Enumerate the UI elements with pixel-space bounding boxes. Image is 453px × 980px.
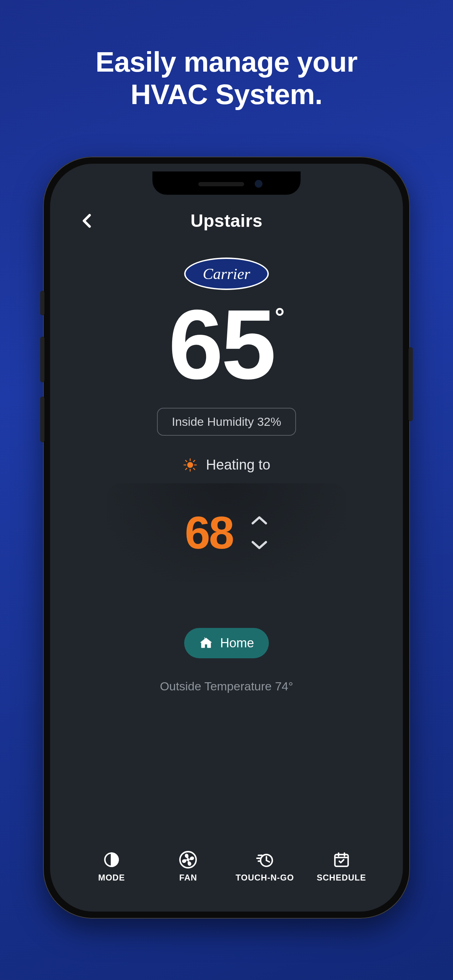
degree-symbol: ° — [275, 303, 285, 331]
presence-home-button[interactable]: Home — [184, 628, 269, 658]
headline-line-1: Easily manage your — [95, 46, 358, 78]
app-header: Upstairs — [58, 207, 395, 235]
zone-title: Upstairs — [191, 211, 262, 231]
phone-frame: Upstairs Carrier 65 ° Inside Humidity 32… — [43, 157, 410, 919]
humidity-badge: Inside Humidity 32% — [157, 408, 296, 436]
svg-line-5 — [186, 460, 187, 461]
phone-side-button — [40, 337, 45, 382]
phone-bezel: Upstairs Carrier 65 ° Inside Humidity 32… — [50, 164, 403, 912]
svg-line-6 — [193, 468, 195, 469]
setpoint-down-button[interactable] — [251, 538, 268, 552]
nav-mode[interactable]: MODE — [81, 851, 141, 883]
svg-point-0 — [188, 463, 192, 468]
phone-side-button — [40, 396, 45, 442]
bottom-nav: MODE FA — [58, 851, 395, 883]
chevron-down-icon — [251, 538, 268, 552]
setpoint-stepper — [251, 513, 268, 552]
fan-icon — [179, 851, 197, 869]
nav-label: TOUCH-N-GO — [236, 873, 294, 883]
mode-status-row: Heating to — [183, 457, 270, 473]
nav-label: MODE — [98, 873, 125, 883]
nav-schedule[interactable]: SCHEDULE — [312, 851, 372, 883]
chevron-up-icon — [251, 513, 268, 527]
back-button[interactable] — [79, 212, 96, 229]
svg-rect-13 — [335, 854, 348, 866]
outside-temperature-line: Outside Temperature 74° — [160, 679, 293, 693]
setpoint-card: 68 — [106, 483, 347, 582]
app-store-slide: Easily manage your HVAC System. Upstairs — [0, 0, 453, 980]
phone-notch — [153, 172, 300, 195]
app-screen: Upstairs Carrier 65 ° Inside Humidity 32… — [58, 172, 395, 904]
schedule-icon — [333, 851, 350, 869]
marketing-headline: Easily manage your HVAC System. — [95, 46, 358, 111]
nav-label: SCHEDULE — [317, 873, 366, 883]
nav-fan[interactable]: FAN — [158, 851, 218, 883]
mode-status-text: Heating to — [206, 457, 270, 473]
headline-line-2: HVAC System. — [130, 79, 323, 110]
temperature-value: 65 — [168, 295, 274, 394]
sun-icon — [183, 458, 197, 473]
outside-temperature-text: Outside Temperature 74° — [160, 679, 293, 693]
brand-name: Carrier — [203, 265, 250, 283]
nav-label: FAN — [179, 873, 197, 883]
mode-icon — [103, 851, 120, 869]
brand-logo-oval: Carrier — [184, 258, 269, 290]
presence-label: Home — [220, 636, 254, 651]
nav-touch-n-go[interactable]: TOUCH-N-GO — [235, 851, 295, 883]
phone-side-button — [40, 291, 45, 315]
setpoint-up-button[interactable] — [251, 513, 268, 527]
svg-line-8 — [193, 460, 195, 461]
chevron-left-icon — [79, 212, 96, 229]
phone-side-button — [408, 347, 413, 421]
svg-line-7 — [186, 468, 187, 469]
setpoint-value: 68 — [185, 506, 233, 559]
touch-n-go-icon — [256, 851, 274, 869]
current-temperature: 65 ° — [168, 295, 285, 394]
humidity-text: Inside Humidity 32% — [172, 415, 281, 428]
home-icon — [199, 636, 213, 650]
svg-point-11 — [187, 858, 189, 861]
brand-logo: Carrier — [183, 256, 270, 291]
